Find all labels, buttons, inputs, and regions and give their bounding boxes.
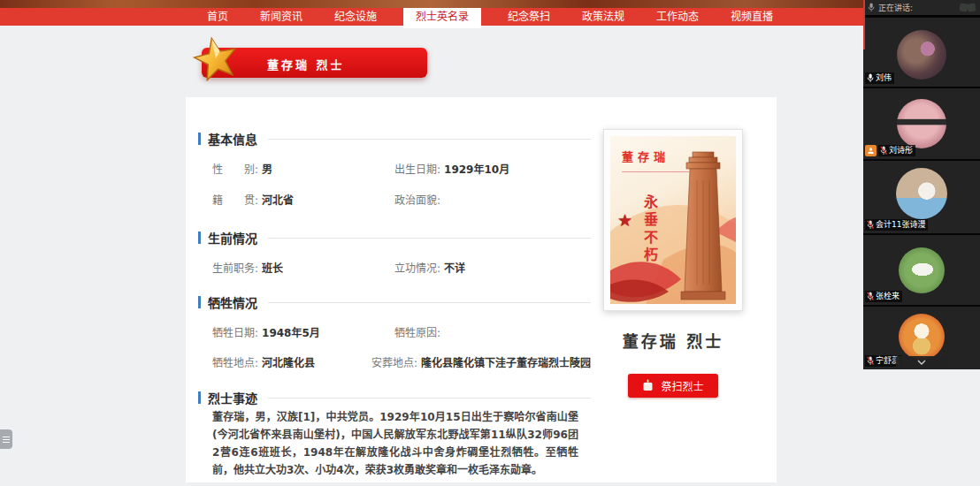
martyr-poster-image: 董存瑞 ★ 永垂不朽 <box>610 136 736 304</box>
memorial-sweep-button[interactable]: 祭扫烈士 <box>628 374 718 398</box>
video-call-sidebar: 正在讲话: 刘伟 <box>863 0 980 369</box>
video-call-header: 正在讲话: <box>863 0 980 16</box>
mic-muted-icon <box>867 292 874 301</box>
poster-slogan: 永垂不朽 <box>639 194 660 265</box>
field-sacrifice-date: 牺牲日期: 1948年5月 <box>212 324 394 339</box>
section-divider <box>268 398 591 399</box>
avatar <box>897 30 946 80</box>
side-panel-toggle[interactable] <box>0 429 12 449</box>
nav-item-martyr-roll[interactable]: 烈士英名录 <box>403 8 481 28</box>
participant-name: 会计11张诗漫 <box>876 219 925 231</box>
field-gender: 性 别: 男 <box>212 161 394 176</box>
section-title-text: 基本信息 <box>208 130 257 148</box>
participant-name: 刘诗彤 <box>889 145 913 156</box>
field-sacrifice-cause: 牺牲原因: <box>394 324 591 339</box>
participant-name-chip: 张栓来 <box>865 291 902 302</box>
participant-name-chip: 刘诗彤 <box>878 145 915 156</box>
field-birth-date: 出生日期: 1929年10月 <box>394 161 591 176</box>
nav-item-news[interactable]: 新闻资讯 <box>255 8 308 26</box>
page: 首页 新闻资讯 纪念设施 烈士英名录 纪念祭扫 政策法规 工作动态 视频直播 董… <box>0 0 980 486</box>
sacrifice-row-1: 牺牲日期: 1948年5月 牺牲原因: <box>198 324 591 339</box>
mic-icon <box>867 73 874 83</box>
section-title-life: 生前情况 <box>198 230 591 246</box>
sacrifice-row-2: 牺牲地点: 河北隆化县 安葬地点: 隆化县隆化镇下洼子董存瑞烈士陵园 <box>198 354 591 369</box>
section-marker <box>198 391 201 404</box>
avatar <box>899 314 945 360</box>
nav-item-live-video[interactable]: 视频直播 <box>725 8 778 26</box>
field-position: 生前职务: 班长 <box>212 260 394 275</box>
participant-name: 张栓来 <box>876 291 900 302</box>
martyr-name-banner: 董存瑞 烈士 <box>202 48 427 78</box>
section-divider <box>268 238 591 239</box>
header-texture-band <box>0 0 980 8</box>
nav-tabs: 首页 新闻资讯 纪念设施 烈士英名录 纪念祭扫 政策法规 工作动态 视频直播 <box>202 8 778 26</box>
section-marker <box>198 133 201 145</box>
window-edge-strip <box>863 0 865 49</box>
memorial-button-label: 祭扫烈士 <box>661 378 703 393</box>
mic-icon <box>868 3 875 12</box>
field-burial-place: 安葬地点: 隆化县隆化镇下洼子董存瑞烈士陵园 <box>371 354 591 369</box>
section-divider <box>268 302 591 303</box>
participant-tile[interactable]: 宁舒蕊 <box>863 305 980 369</box>
speaking-status-label: 正在讲话: <box>878 2 956 13</box>
section-title-text: 烈士事迹 <box>208 389 257 406</box>
nav-item-work-updates[interactable]: 工作动态 <box>651 8 704 26</box>
avatar <box>899 247 945 293</box>
martyr-poster-frame: 董存瑞 ★ 永垂不朽 <box>603 129 743 311</box>
participant-tile[interactable]: 刘诗彤 <box>863 87 980 159</box>
mic-muted-icon <box>867 220 874 230</box>
mic-muted-icon <box>880 146 887 156</box>
section-marker <box>198 232 201 244</box>
nav-item-memorial-sweep[interactable]: 纪念祭扫 <box>502 8 555 26</box>
participant-name-chip: 会计11张诗漫 <box>865 219 928 231</box>
collapse-participants-button[interactable] <box>896 356 947 368</box>
basic-row-1: 性 别: 男 出生日期: 1929年10月 <box>198 161 591 176</box>
avatar <box>896 168 947 219</box>
martyr-caption: 董存瑞 烈士 <box>603 329 743 352</box>
field-sacrifice-place: 牺牲地点: 河北隆化县 <box>212 354 371 369</box>
layout-icon[interactable] <box>967 3 976 11</box>
martyr-deeds-paragraph: 董存瑞，男，汉族[1]，中共党员。1929年10月15日出生于察哈尔省南山堡(今… <box>212 408 578 479</box>
life-row-1: 生前职务: 班长 立功情况: 不详 <box>198 260 591 275</box>
mic-muted-icon <box>867 356 874 366</box>
red-star-icon: ★ <box>617 210 632 230</box>
field-native-place: 籍 贯: 河北省 <box>212 192 394 207</box>
section-title-basic: 基本信息 <box>198 131 591 147</box>
participant-tile[interactable]: 刘伟 <box>863 16 980 87</box>
avatar <box>897 99 946 148</box>
main-navbar: 首页 新闻资讯 纪念设施 烈士英名录 纪念祭扫 政策法规 工作动态 视频直播 <box>0 8 863 26</box>
nav-item-home[interactable]: 首页 <box>202 8 234 26</box>
section-divider <box>268 139 591 140</box>
nav-item-facilities[interactable]: 纪念设施 <box>329 8 382 26</box>
section-title-deeds: 烈士事迹 <box>198 390 591 406</box>
martyr-detail-card: 基本信息 性 别: 男 出生日期: 1929年10月 籍 贯: 河北省 政治面貌… <box>186 97 777 482</box>
hamburger-icon <box>3 437 10 437</box>
field-merit: 立功情况: 不详 <box>394 260 591 275</box>
poster-divider <box>622 171 689 172</box>
participant-name: 刘伟 <box>876 72 892 84</box>
gold-star-icon <box>193 35 239 81</box>
candle-icon <box>642 379 654 392</box>
banner-title: 董存瑞 烈士 <box>267 56 345 72</box>
poster-martyr-name: 董存瑞 <box>622 148 670 164</box>
field-political-status: 政治面貌: <box>394 192 591 207</box>
chevron-down-icon <box>917 360 926 365</box>
host-badge-icon <box>865 145 877 156</box>
section-marker <box>198 296 201 308</box>
section-title-text: 生前情况 <box>208 229 257 247</box>
section-title-text: 牺牲情况 <box>208 293 257 311</box>
section-title-sacrifice: 牺牲情况 <box>198 294 591 310</box>
participant-name-chip: 刘伟 <box>865 72 894 84</box>
basic-row-2: 籍 贯: 河北省 政治面貌: <box>198 192 591 207</box>
participant-tile[interactable]: 会计11张诗漫 <box>863 159 980 233</box>
participant-tile[interactable]: 张栓来 <box>863 233 980 305</box>
nav-item-policies[interactable]: 政策法规 <box>577 8 630 26</box>
